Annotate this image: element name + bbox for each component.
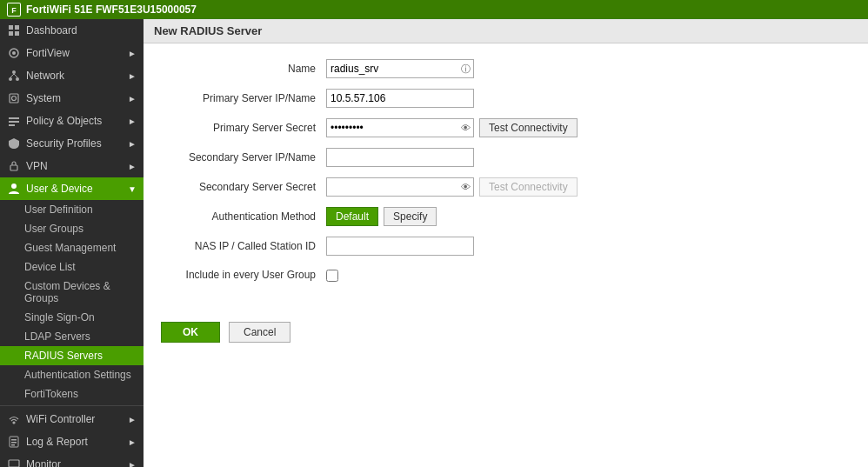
sidebar-label-security: Security Profiles bbox=[26, 137, 124, 150]
svg-rect-4 bbox=[9, 31, 13, 36]
sub-label-user-definition: User Definition bbox=[24, 203, 93, 216]
svg-point-20 bbox=[13, 422, 15, 424]
sidebar-item-user-device[interactable]: User & Device ▼ bbox=[0, 177, 144, 200]
user-icon bbox=[7, 182, 21, 196]
form-row-auth-method: Authentication Method Default Specify bbox=[161, 205, 851, 228]
svg-line-12 bbox=[14, 74, 17, 77]
footer-buttons: OK Cancel bbox=[144, 308, 868, 357]
name-input-wrapper: ⓘ bbox=[326, 59, 474, 78]
chevron-right-icon: ► bbox=[128, 437, 137, 447]
nas-ip-input[interactable] bbox=[326, 237, 474, 256]
control-nas-ip bbox=[326, 237, 474, 256]
sidebar-item-single-sign-on[interactable]: Single Sign-On bbox=[0, 308, 144, 327]
sidebar-item-user-groups[interactable]: User Groups bbox=[0, 219, 144, 238]
auth-specify-button[interactable]: Specify bbox=[384, 207, 437, 226]
sidebar-item-security-profiles[interactable]: Security Profiles ► bbox=[0, 132, 144, 155]
sidebar-item-system[interactable]: System ► bbox=[0, 87, 144, 110]
chevron-right-icon: ► bbox=[128, 71, 137, 81]
sub-label-radius-servers: RADIUS Servers bbox=[24, 350, 103, 362]
chevron-right-icon: ► bbox=[128, 460, 137, 468]
label-nas-ip: NAS IP / Called Station ID bbox=[161, 240, 326, 252]
svg-rect-22 bbox=[11, 439, 17, 441]
sidebar-item-monitor[interactable]: Monitor ► bbox=[0, 453, 144, 467]
sidebar-item-radius-servers[interactable]: RADIUS Servers bbox=[0, 346, 144, 365]
label-include-group: Include in every User Group bbox=[161, 269, 326, 283]
include-group-checkbox[interactable] bbox=[326, 270, 338, 282]
name-input[interactable] bbox=[326, 59, 474, 78]
sidebar: Dashboard FortiView ► Network ► System ► bbox=[0, 19, 144, 467]
primary-secret-wrapper: 👁 bbox=[326, 118, 474, 137]
form-row-secondary-secret: Secondary Server Secret 👁 Test Connectiv… bbox=[161, 176, 851, 198]
sidebar-label-system: System bbox=[26, 92, 124, 104]
sidebar-item-network[interactable]: Network ► bbox=[0, 64, 144, 87]
form-row-include-group: Include in every User Group bbox=[161, 264, 851, 287]
sidebar-item-fortiview[interactable]: FortiView ► bbox=[0, 42, 144, 64]
auth-default-button[interactable]: Default bbox=[326, 207, 378, 226]
sidebar-label-vpn: VPN bbox=[26, 160, 124, 172]
test-connectivity-button-primary[interactable]: Test Connectivity bbox=[479, 118, 578, 137]
form-row-nas-ip: NAS IP / Called Station ID bbox=[161, 235, 851, 257]
wifi-icon bbox=[7, 412, 21, 426]
sidebar-item-vpn[interactable]: VPN ► bbox=[0, 155, 144, 177]
sidebar-item-fortitokens[interactable]: FortiTokens bbox=[0, 384, 144, 404]
svg-rect-15 bbox=[9, 117, 19, 119]
chevron-right-icon: ► bbox=[128, 139, 137, 149]
form-row-secondary-ip: Secondary Server IP/Name bbox=[161, 146, 851, 169]
control-secondary-ip bbox=[326, 148, 474, 167]
control-secondary-secret: 👁 Test Connectivity bbox=[326, 177, 578, 197]
svg-line-11 bbox=[10, 74, 14, 77]
primary-server-secret-input[interactable] bbox=[326, 118, 474, 137]
sidebar-item-policy-objects[interactable]: Policy & Objects ► bbox=[0, 110, 144, 132]
sidebar-item-log-report[interactable]: Log & Report ► bbox=[0, 430, 144, 453]
svg-rect-16 bbox=[9, 121, 19, 123]
label-secondary-ip: Secondary Server IP/Name bbox=[161, 151, 326, 163]
sub-label-authentication-settings: Authentication Settings bbox=[24, 369, 131, 381]
app-logo: F bbox=[7, 3, 21, 17]
svg-rect-5 bbox=[15, 31, 19, 36]
control-include-group bbox=[326, 270, 338, 282]
svg-rect-18 bbox=[10, 165, 17, 170]
svg-point-7 bbox=[12, 51, 16, 55]
secondary-server-secret-input[interactable] bbox=[326, 177, 474, 197]
chevron-right-icon: ► bbox=[128, 49, 137, 58]
secondary-server-ip-input[interactable] bbox=[326, 148, 474, 167]
sub-label-fortitokens: FortiTokens bbox=[24, 388, 78, 400]
sidebar-item-device-list[interactable]: Device List bbox=[0, 257, 144, 277]
sidebar-label-monitor: Monitor bbox=[26, 458, 124, 467]
sidebar-item-authentication-settings[interactable]: Authentication Settings bbox=[0, 365, 144, 384]
page-title: New RADIUS Server bbox=[144, 19, 868, 43]
sidebar-label-network: Network bbox=[26, 70, 124, 82]
sidebar-item-guest-management[interactable]: Guest Management bbox=[0, 238, 144, 257]
form-row-primary-secret: Primary Server Secret 👁 Test Connectivit… bbox=[161, 117, 851, 139]
monitor-icon bbox=[7, 457, 21, 467]
sidebar-item-custom-devices-groups[interactable]: Custom Devices & Groups bbox=[0, 277, 144, 308]
cancel-button[interactable]: Cancel bbox=[229, 322, 290, 343]
sub-label-custom-devices-groups: Custom Devices & Groups bbox=[24, 280, 137, 304]
fortinet-logo-icon: F bbox=[8, 3, 20, 16]
vpn-icon bbox=[7, 159, 21, 173]
sidebar-label-user-device: User & Device bbox=[26, 183, 124, 195]
control-primary-secret: 👁 Test Connectivity bbox=[326, 118, 578, 137]
control-name: ⓘ bbox=[326, 59, 474, 78]
info-icon: ⓘ bbox=[461, 63, 471, 76]
app-title: FortiWiFi 51E FWF51E3U15000057 bbox=[26, 3, 197, 16]
svg-point-10 bbox=[16, 77, 19, 81]
eye-icon[interactable]: 👁 bbox=[461, 123, 471, 133]
ok-button[interactable]: OK bbox=[161, 322, 220, 343]
test-connectivity-button-secondary[interactable]: Test Connectivity bbox=[479, 177, 578, 197]
dashboard-icon bbox=[7, 23, 21, 37]
svg-rect-23 bbox=[11, 442, 17, 444]
sub-label-guest-management: Guest Management bbox=[24, 242, 116, 254]
svg-point-8 bbox=[12, 70, 16, 74]
sidebar-item-wifi-controller[interactable]: WiFi Controller ► bbox=[0, 408, 144, 430]
eye-icon-secondary[interactable]: 👁 bbox=[461, 182, 471, 192]
sidebar-label-dashboard: Dashboard bbox=[26, 24, 137, 37]
sidebar-item-dashboard[interactable]: Dashboard bbox=[0, 19, 144, 42]
label-auth-method: Authentication Method bbox=[161, 210, 326, 223]
primary-server-ip-input[interactable] bbox=[326, 89, 474, 108]
sidebar-item-ldap-servers[interactable]: LDAP Servers bbox=[0, 327, 144, 346]
fortiview-icon bbox=[7, 46, 21, 60]
label-name: Name bbox=[161, 63, 326, 75]
sidebar-item-user-definition[interactable]: User Definition bbox=[0, 200, 144, 219]
chevron-down-icon: ▼ bbox=[128, 184, 137, 194]
